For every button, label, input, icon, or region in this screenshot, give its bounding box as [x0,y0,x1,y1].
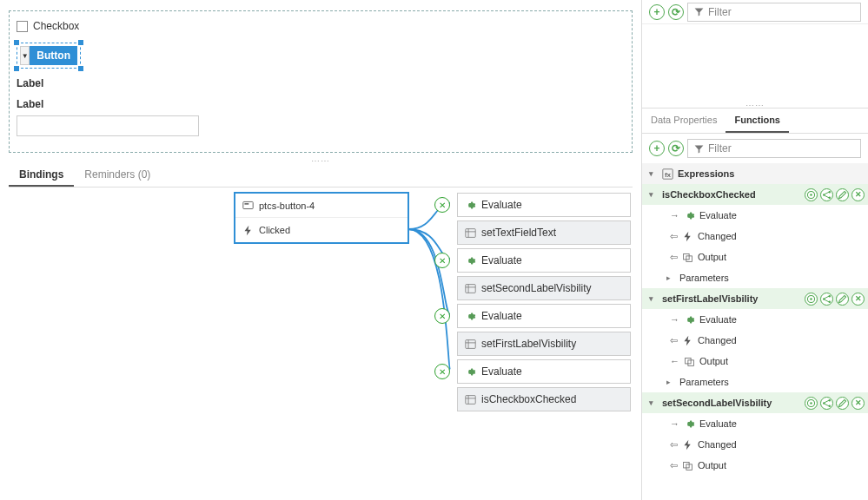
dest-evaluate-label: Evaluate [481,199,522,211]
dest-service-name: setFirstLabelVisbility [481,338,576,350]
add-button[interactable]: + [649,4,665,20]
tab-bindings[interactable]: Bindings [9,163,74,187]
refresh-button[interactable]: ⟳ [668,141,684,156]
chevron-right-icon[interactable]: ▸ [666,273,675,282]
right-panel: + ⟳ Filter ⋯⋯ Data Properties Functions … [641,0,868,500]
checkbox-box-icon[interactable] [17,21,28,32]
tab-data-properties[interactable]: Data Properties [642,109,726,133]
label-widget-1[interactable]: Label [17,77,625,89]
binding-target-0[interactable]: ✕ Evaluate setTextFieldText [457,193,631,248]
tree-property-row[interactable]: →Evaluate [642,309,868,330]
tab-reminders[interactable]: Reminders (0) [74,163,161,187]
direction-arrow-icon: → [670,314,679,325]
binding-source-node[interactable]: ptcs-button-4 Clicked [235,193,408,243]
tree-property-row[interactable]: →Evaluate [642,413,868,434]
direction-arrow-icon: → [670,210,679,220]
textfield-widget[interactable] [17,115,199,136]
tree-property-row[interactable]: ⇦Changed [642,330,868,351]
service-icon [465,339,476,350]
delete-button[interactable]: ✕ [851,293,865,306]
chevron-down-icon[interactable]: ▾ [649,169,658,178]
expressions-label: Expressions [678,168,734,179]
button-widget-selected[interactable]: ▼ Button [17,43,81,69]
remove-binding-button[interactable]: ✕ [434,253,450,268]
edit-button[interactable] [836,293,849,306]
tree-property-row[interactable]: →Evaluate [642,205,868,226]
tree-property-row[interactable]: ⇦Output [642,247,868,267]
delete-button[interactable]: ✕ [851,397,865,410]
remove-binding-button[interactable]: ✕ [434,308,450,324]
tree-property-row[interactable]: ←Output [642,351,868,372]
tree-parameters[interactable]: ▸Parameters [642,267,868,288]
filter-input-top[interactable]: Filter [687,3,861,22]
share-button[interactable] [820,397,833,410]
expression-name: setFirstLabelVisbility [662,293,758,304]
bolt-icon [682,439,693,451]
gear-icon [465,200,476,211]
tree-parameters[interactable]: ▾Parameters [642,476,868,477]
bolt-icon [682,231,693,242]
delete-button[interactable]: ✕ [851,188,865,201]
gear-icon [684,314,695,326]
add-button[interactable]: + [649,141,665,156]
checkbox-widget[interactable]: Checkbox [17,16,625,36]
direction-arrow-icon: ⇦ [670,439,678,451]
dest-service-name: setSecondLabelVisbility [481,282,592,294]
output-icon [682,252,693,263]
share-button[interactable] [820,188,833,201]
chevron-down-icon[interactable]: ▾ [649,190,658,199]
chevron-right-icon[interactable]: ▸ [666,378,675,386]
chevron-down-icon[interactable]: ▾ [649,294,658,303]
source-event: Clicked [259,225,290,235]
target-button[interactable] [805,188,818,201]
gear-icon [465,255,476,266]
label-widget-2[interactable]: Label [17,98,625,110]
expression-item[interactable]: ▾isCheckboxChecked✕ [642,184,868,205]
tab-functions[interactable]: Functions [726,109,789,133]
refresh-button[interactable]: ⟳ [668,4,684,20]
bolt-icon [682,335,693,346]
binding-target-1[interactable]: ✕ Evaluate setSecondLabelVisbility [457,248,631,304]
dest-evaluate-label: Evaluate [481,365,522,378]
lower-tabs: Bindings Reminders (0) [9,163,633,188]
direction-arrow-icon: ⇦ [670,231,678,242]
filter-input-functions[interactable]: Filter [687,139,861,158]
tree-row-text: Evaluate [699,418,737,429]
tree-group-expressions[interactable]: ▾ Expressions [642,163,868,184]
tree-property-row[interactable]: ⇦Changed [642,434,868,455]
tree-row-text: Output [699,356,728,366]
tree-parameters[interactable]: ▸Parameters [642,372,868,392]
target-button[interactable] [805,397,818,410]
gear-icon [684,418,695,430]
horizontal-splitter-icon[interactable]: ⋯⋯ [745,101,765,110]
bindings-canvas[interactable]: ptcs-button-4 Clicked ✕ Evaluate setText… [9,188,633,491]
funnel-icon [693,6,705,17]
gear-icon [684,210,695,221]
tree-row-text: Parameters [679,377,729,387]
tree-row-text: Evaluate [699,314,737,325]
source-widget-name: ptcs-button-4 [259,201,315,211]
tree-row-text: Changed [698,231,737,241]
output-icon [682,460,693,471]
design-canvas[interactable]: Checkbox ▼ Button Label Label [9,10,633,153]
binding-target-2[interactable]: ✕ Evaluate setFirstLabelVisbility [457,304,631,359]
target-button[interactable] [805,293,818,306]
binding-target-3[interactable]: ✕ Evaluate isCheckboxChecked [457,359,631,415]
tree-row-text: Changed [698,439,737,450]
edit-button[interactable] [836,397,849,410]
expression-item[interactable]: ▾setSecondLabelVisbility✕ [642,392,868,413]
tree-property-row[interactable]: ⇦Changed [642,226,868,247]
edit-button[interactable] [836,188,849,201]
remove-binding-button[interactable]: ✕ [434,364,450,379]
share-button[interactable] [820,293,833,306]
service-icon [465,394,476,405]
functions-tree[interactable]: ▾ Expressions ▾isCheckboxChecked✕→Evalua… [642,163,868,477]
remove-binding-button[interactable]: ✕ [434,197,450,213]
chevron-down-icon[interactable]: ▾ [649,398,658,407]
tree-property-row[interactable]: ⇦Output [642,455,868,476]
direction-arrow-icon: ⇦ [670,460,678,471]
expression-item[interactable]: ▾setFirstLabelVisbility✕ [642,288,868,309]
filter-placeholder: Filter [708,6,732,18]
gear-icon [465,366,476,378]
button-dropdown-caret-icon[interactable]: ▼ [20,46,30,65]
